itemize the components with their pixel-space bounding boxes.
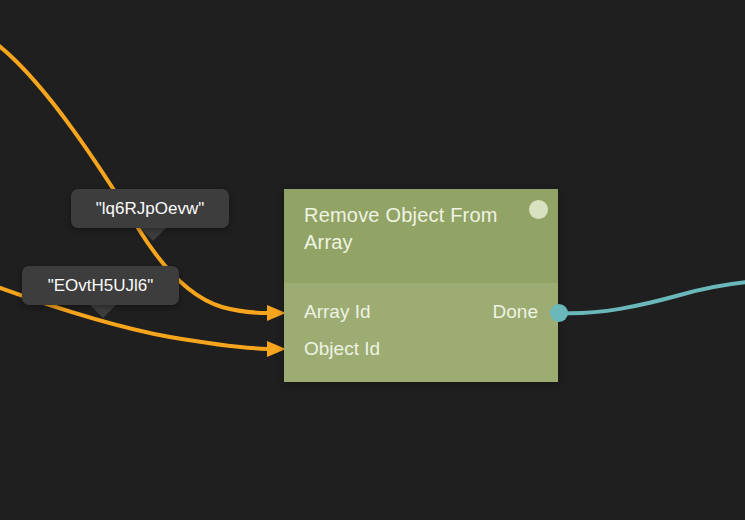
value-label[interactable]: "EOvtH5UJl6" xyxy=(22,266,179,305)
value-label[interactable]: "lq6RJpOevw" xyxy=(71,189,229,228)
output-port-done[interactable] xyxy=(550,304,568,322)
node-editor-canvas[interactable]: Remove Object From Array Array Id Done O… xyxy=(0,0,745,520)
output-wire-layer xyxy=(0,0,745,520)
output-wire-done[interactable] xyxy=(559,282,745,313)
